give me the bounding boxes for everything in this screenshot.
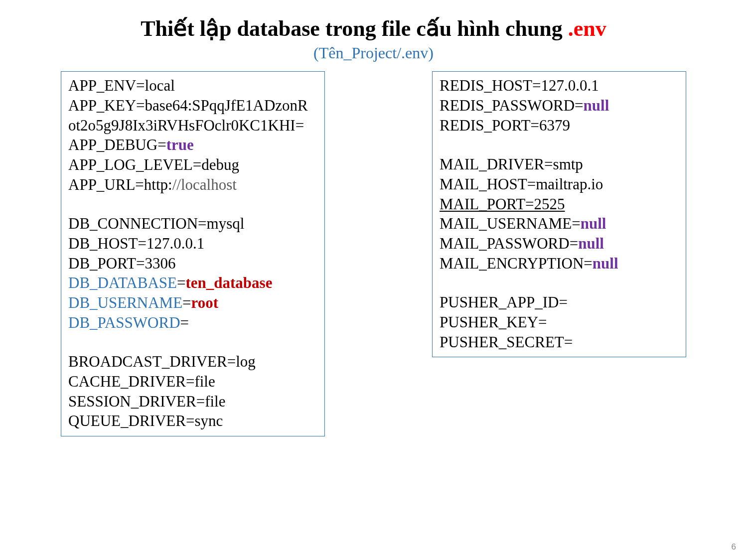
- db-database-eq: =: [177, 274, 185, 291]
- slide-subtitle: (Tên_Project/.env): [20, 44, 727, 62]
- db-password-key: DB_PASSWORD: [68, 314, 180, 331]
- db-database-value: ten_database: [185, 274, 272, 291]
- title-env-suffix: .env: [568, 16, 606, 41]
- mail-pw-value: null: [578, 235, 604, 252]
- redis-pw-key: REDIS_PASSWORD=: [440, 97, 584, 114]
- line-mail-port: MAIL_PORT=2525: [440, 194, 679, 214]
- line-cache: CACHE_DRIVER=file: [68, 372, 317, 392]
- app-url-pre: APP_URL=http:: [68, 176, 172, 193]
- slide: Thiết lập database trong file cấu hình c…: [0, 0, 747, 560]
- app-debug-value: true: [166, 136, 194, 153]
- line-pusher-key: PUSHER_KEY=: [440, 312, 679, 332]
- line-app-debug: APP_DEBUG=true: [68, 135, 317, 155]
- line-app-env: APP_ENV=local: [68, 76, 317, 96]
- line-session: SESSION_DRIVER=file: [68, 392, 317, 412]
- line-db-database: DB_DATABASE=ten_database: [68, 273, 317, 293]
- app-url-sep: //: [172, 176, 181, 193]
- line-app-key-2: ot2o5g9J8Ix3iRVHsFOclr0KC1KHI=: [68, 116, 317, 136]
- db-username-key: DB_USERNAME: [68, 294, 182, 311]
- line-app-key-1: APP_KEY=base64:SPqqJfE1ADzonR: [68, 96, 317, 116]
- line-db-password: DB_PASSWORD=: [68, 313, 317, 333]
- line-app-log: APP_LOG_LEVEL=debug: [68, 155, 317, 175]
- db-password-eq: =: [180, 314, 189, 331]
- mail-user-value: null: [581, 215, 606, 232]
- title-block: Thiết lập database trong file cấu hình c…: [20, 17, 727, 62]
- line-broadcast: BROADCAST_DRIVER=log: [68, 352, 317, 372]
- db-database-key: DB_DATABASE: [68, 274, 177, 291]
- mail-enc-value: null: [593, 255, 618, 272]
- gap: [440, 135, 679, 154]
- app-debug-key: APP_DEBUG=: [68, 136, 166, 153]
- mail-enc-key: MAIL_ENCRYPTION=: [440, 255, 593, 272]
- line-app-url: APP_URL=http://localhost: [68, 175, 317, 195]
- env-right-box: REDIS_HOST=127.0.0.1 REDIS_PASSWORD=null…: [432, 71, 686, 357]
- gap: [440, 273, 679, 292]
- line-queue: QUEUE_DRIVER=sync: [68, 411, 317, 431]
- env-left-box: APP_ENV=local APP_KEY=base64:SPqqJfE1ADz…: [61, 71, 325, 436]
- line-redis-port: REDIS_PORT=6379: [440, 116, 679, 136]
- gap: [68, 194, 317, 214]
- content-columns: APP_ENV=local APP_KEY=base64:SPqqJfE1ADz…: [20, 71, 727, 436]
- line-mail-encryption: MAIL_ENCRYPTION=null: [440, 254, 679, 274]
- line-db-host: DB_HOST=127.0.0.1: [68, 234, 317, 254]
- redis-pw-value: null: [584, 97, 609, 114]
- db-username-value: root: [191, 294, 219, 311]
- mail-pw-key: MAIL_PASSWORD=: [440, 235, 578, 252]
- line-db-port: DB_PORT=3306: [68, 254, 317, 274]
- line-redis-password: REDIS_PASSWORD=null: [440, 96, 679, 116]
- line-mail-host: MAIL_HOST=mailtrap.io: [440, 174, 679, 194]
- db-username-eq: =: [182, 294, 191, 311]
- line-mail-driver: MAIL_DRIVER=smtp: [440, 154, 679, 174]
- line-pusher-app-id: PUSHER_APP_ID=: [440, 292, 679, 312]
- line-db-username: DB_USERNAME=root: [68, 293, 317, 313]
- app-url-host: localhost: [181, 176, 237, 193]
- line-redis-host: REDIS_HOST=127.0.0.1: [440, 76, 679, 96]
- mail-user-key: MAIL_USERNAME=: [440, 215, 581, 232]
- line-db-connection: DB_CONNECTION=mysql: [68, 214, 317, 234]
- title-text: Thiết lập database trong file cấu hình c…: [141, 16, 568, 41]
- line-mail-username: MAIL_USERNAME=null: [440, 214, 679, 234]
- line-mail-password: MAIL_PASSWORD=null: [440, 234, 679, 254]
- line-pusher-secret: PUSHER_SECRET=: [440, 332, 679, 352]
- slide-title: Thiết lập database trong file cấu hình c…: [20, 17, 727, 41]
- page-number: 6: [732, 542, 736, 552]
- gap: [68, 332, 317, 352]
